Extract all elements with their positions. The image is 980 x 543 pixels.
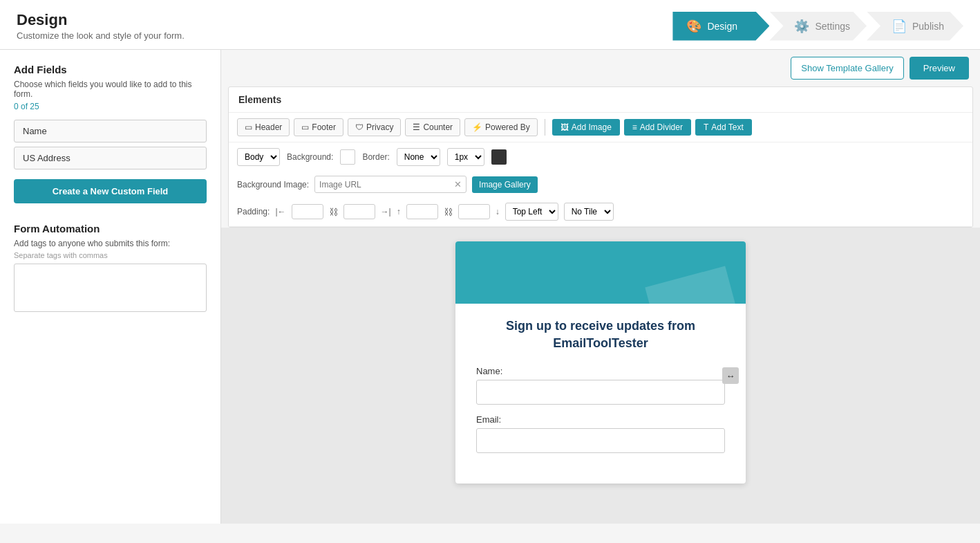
border-label: Border: — [362, 152, 389, 162]
image-gallery-button[interactable]: Image Gallery — [472, 176, 538, 193]
counter-element-button[interactable]: ☰ Counter — [405, 118, 460, 136]
automation-section: Form Automation Add tags to anyone who s… — [14, 223, 207, 314]
form-email-input[interactable] — [476, 428, 725, 453]
counter-icon: ☰ — [413, 122, 420, 132]
border-size-select[interactable]: 1px — [447, 148, 484, 166]
step-publish[interactable]: 📄 Publish — [867, 12, 963, 41]
divider-icon: ≡ — [632, 122, 637, 132]
form-email-label: Email: — [476, 414, 725, 425]
tags-input[interactable] — [14, 264, 207, 312]
page-subtitle: Customize the look and style of your for… — [17, 30, 185, 41]
field-name[interactable]: Name — [14, 120, 207, 142]
form-banner — [455, 241, 746, 304]
pad-right-icon: →| — [381, 207, 391, 217]
content-area: Show Template Gallery Preview Elements ▭… — [221, 50, 980, 524]
automation-title: Form Automation — [14, 223, 207, 234]
form-name-input[interactable] — [476, 380, 725, 405]
toolbar-separator — [545, 119, 545, 136]
body-select[interactable]: Body — [237, 148, 280, 166]
step-settings-label: Settings — [815, 21, 850, 32]
pad-top-input[interactable]: 15 — [406, 204, 438, 219]
form-preview-area: Sign up to receive updates from EmailToo… — [221, 228, 980, 524]
settings-icon: ⚙️ — [794, 19, 809, 34]
pad-bottom-input[interactable]: 15 — [458, 204, 490, 219]
footer-icon: ▭ — [301, 122, 309, 132]
add-image-button[interactable]: 🖼 Add Image — [552, 119, 620, 136]
elements-panel: Elements ▭ Header ▭ Footer 🛡 Privacy ☰ C… — [228, 86, 973, 228]
design-icon: 🎨 — [686, 19, 701, 34]
step-settings[interactable]: ⚙️ Settings — [769, 12, 867, 41]
pad-left-icon: |← — [275, 207, 285, 217]
fields-count: 0 of 25 — [14, 102, 207, 111]
header-icon: ▭ — [245, 122, 252, 132]
sidebar: Add Fields Choose which fields you would… — [0, 50, 221, 524]
elements-toolbar: ▭ Header ▭ Footer 🛡 Privacy ☰ Counter ⚡ — [229, 113, 972, 142]
top-header: Design Customize the look and style of y… — [0, 0, 980, 50]
add-fields-desc: Choose which fields you would like to ad… — [14, 80, 207, 99]
border-color-picker[interactable] — [491, 149, 507, 165]
padding-label: Padding: — [237, 207, 270, 217]
step-design-label: Design — [707, 21, 737, 32]
preview-button[interactable]: Preview — [910, 57, 969, 80]
form-card: Sign up to receive updates from EmailToo… — [455, 241, 746, 484]
step-publish-label: Publish — [912, 21, 944, 32]
tile-select[interactable]: No Tile — [564, 203, 614, 221]
publish-icon: 📄 — [892, 19, 907, 34]
show-template-gallery-button[interactable]: Show Template Gallery — [791, 57, 903, 80]
elements-header: Elements — [229, 87, 972, 113]
page-title-section: Design Customize the look and style of y… — [17, 11, 185, 41]
add-divider-button[interactable]: ≡ Add Divider — [624, 119, 691, 136]
background-label: Background: — [287, 152, 333, 162]
form-name-label: Name: — [476, 366, 725, 376]
content-toolbar: Show Template Gallery Preview — [221, 50, 980, 86]
form-title: Sign up to receive updates from EmailToo… — [476, 317, 725, 352]
main-layout: Add Fields Choose which fields you would… — [0, 50, 980, 524]
form-body: Sign up to receive updates from EmailToo… — [455, 304, 746, 484]
pad-bottom-icon: ↓ — [496, 207, 500, 217]
powered-by-icon: ⚡ — [472, 122, 482, 132]
page-title: Design — [17, 11, 185, 29]
pad-left-input[interactable]: 60 — [292, 204, 323, 219]
image-url-input[interactable] — [315, 177, 450, 192]
pad-link2-icon: ⛓ — [444, 207, 453, 217]
powered-by-element-button[interactable]: ⚡ Powered By — [464, 118, 538, 136]
clear-url-icon[interactable]: ✕ — [450, 176, 466, 192]
text-icon: T — [704, 122, 708, 132]
pad-right-input[interactable]: 60 — [343, 204, 375, 219]
position-select[interactable]: Top Left — [505, 203, 558, 221]
footer-element-button[interactable]: ▭ Footer — [294, 118, 343, 136]
automation-desc: Add tags to anyone who submits this form… — [14, 239, 207, 248]
header-element-button[interactable]: ▭ Header — [237, 118, 290, 136]
background-color-picker[interactable] — [340, 149, 355, 165]
step-design[interactable]: 🎨 Design — [672, 12, 769, 41]
privacy-element-button[interactable]: 🛡 Privacy — [348, 118, 401, 136]
steps-navigation: 🎨 Design ⚙️ Settings 📄 Publish — [672, 12, 963, 41]
border-select[interactable]: None — [397, 148, 440, 166]
resize-handle[interactable]: ↔ — [722, 367, 739, 384]
resize-icon: ↔ — [726, 371, 735, 381]
add-fields-title: Add Fields — [14, 64, 207, 75]
tags-hint: Separate tags with commas — [14, 251, 207, 259]
field-us-address[interactable]: US Address — [14, 147, 207, 169]
properties-bar: Body Background: Border: None 1px Backgr… — [229, 142, 972, 227]
preview-wrapper: Sign up to receive updates from EmailToo… — [455, 241, 746, 510]
privacy-icon: 🛡 — [355, 122, 364, 132]
add-text-button[interactable]: T Add Text — [695, 119, 752, 136]
bg-image-label: Background Image: — [237, 180, 309, 190]
image-icon: 🖼 — [560, 122, 569, 132]
pad-top-icon: ↑ — [397, 207, 401, 217]
create-custom-field-button[interactable]: Create a New Custom Field — [14, 179, 207, 203]
pad-link-icon: ⛓ — [329, 207, 338, 217]
